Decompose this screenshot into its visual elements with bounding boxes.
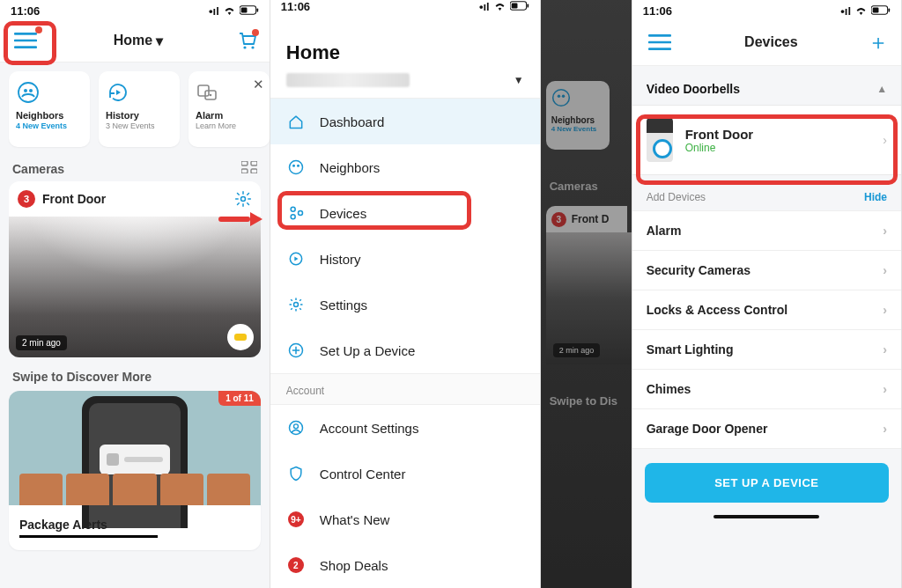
- screen-dim-sliver: Neighbors 4 New Events Cameras 3 Front D…: [541, 0, 632, 588]
- discover-counter: 1 of 11: [218, 391, 261, 406]
- camera-settings-icon[interactable]: [234, 190, 252, 208]
- location-label: Home: [114, 33, 152, 48]
- signal-icon: •ıl: [479, 0, 490, 13]
- svg-point-24: [297, 165, 299, 167]
- battery-icon: [240, 4, 259, 18]
- menu-history[interactable]: History: [270, 236, 540, 282]
- discover-card[interactable]: 1 of 11 Package Alerts: [9, 391, 261, 550]
- status-time: 11:06: [643, 4, 672, 18]
- add-devices-header: Add Devices Hide: [632, 175, 901, 210]
- camera-header: 3 Front Door: [9, 181, 261, 217]
- home-indicator: [713, 515, 819, 518]
- menu-account-settings[interactable]: Account Settings: [270, 405, 540, 451]
- svg-point-13: [210, 94, 212, 97]
- status-right: •ıl: [209, 4, 259, 18]
- signal-icon: •ıl: [840, 4, 851, 18]
- event-count-badge: 3: [18, 190, 35, 208]
- menu-whats-new[interactable]: 9+ What's New: [270, 496, 540, 542]
- history-card[interactable]: History 3 New Events: [99, 71, 180, 147]
- svg-point-25: [291, 207, 295, 211]
- category-list: Alarm› Security Cameras› Locks & Access …: [632, 210, 901, 449]
- menu-button[interactable]: [11, 28, 41, 53]
- svg-point-10: [29, 89, 33, 92]
- battery-icon: [871, 4, 891, 18]
- category-label: Security Cameras: [647, 263, 750, 277]
- notification-dot-icon: [35, 26, 42, 33]
- location-selector[interactable]: Home ▾: [114, 33, 163, 49]
- menu-control-label: Control Center: [320, 467, 406, 481]
- home-icon: [286, 112, 306, 131]
- battery-icon: [510, 0, 529, 13]
- svg-point-18: [240, 197, 245, 202]
- menu-whatsnew-label: What's New: [320, 512, 390, 527]
- devices-header: Devices ＋: [632, 21, 901, 66]
- menu-setup-device[interactable]: Set Up a Device: [270, 327, 540, 373]
- svg-point-9: [24, 89, 27, 92]
- menu-settings-label: Settings: [320, 298, 367, 312]
- neighbors-label: Neighbors: [16, 110, 83, 121]
- menu-control-center[interactable]: Control Center: [270, 451, 540, 496]
- status-right: •ıl: [479, 0, 529, 13]
- menu-button[interactable]: [645, 30, 675, 55]
- grid-view-icon[interactable]: [241, 161, 257, 176]
- menu-dashboard[interactable]: Dashboard: [270, 99, 540, 144]
- chevron-right-icon: ›: [883, 224, 887, 238]
- dashboard-body: Neighbors 4 New Events History 3 New Eve…: [0, 62, 270, 588]
- category-alarm[interactable]: Alarm›: [632, 211, 901, 251]
- menu-shop-deals[interactable]: 2 Shop Deals: [270, 542, 540, 588]
- menu-dashboard-label: Dashboard: [320, 114, 384, 129]
- chevron-right-icon: ›: [883, 422, 887, 436]
- hide-link[interactable]: Hide: [864, 191, 887, 203]
- drawer-title: Home: [270, 13, 540, 68]
- menu-list: Dashboard Neighbors Devices History Sett…: [270, 99, 540, 588]
- svg-point-26: [291, 215, 295, 219]
- camera-preview[interactable]: 2 min ago: [9, 217, 261, 357]
- quick-cards-row[interactable]: Neighbors 4 New Events History 3 New Eve…: [0, 62, 270, 156]
- close-icon[interactable]: ✕: [253, 77, 264, 92]
- menu-account-label: Account Settings: [320, 421, 419, 436]
- svg-point-29: [293, 303, 298, 307]
- category-smart-lighting[interactable]: Smart Lighting›: [632, 330, 901, 370]
- svg-point-27: [298, 211, 302, 216]
- svg-point-7: [251, 46, 254, 48]
- svg-rect-17: [251, 169, 257, 173]
- category-garage[interactable]: Garage Door Opener›: [632, 409, 901, 449]
- neighbors-icon: [16, 80, 41, 105]
- camera-front-door[interactable]: 3 Front Door: [9, 181, 261, 217]
- alarm-icon: [196, 80, 220, 105]
- history-icon: [106, 80, 130, 105]
- header: Home ▾: [0, 21, 270, 62]
- user-icon: [286, 418, 306, 437]
- svg-point-8: [18, 83, 38, 102]
- alarm-card[interactable]: ✕ Alarm Learn More: [189, 71, 270, 147]
- menu-neighbors-label: Neighbors: [320, 160, 380, 175]
- account-section-label: Account: [270, 373, 540, 405]
- category-security-cameras[interactable]: Security Cameras›: [632, 251, 901, 290]
- category-chimes[interactable]: Chimes›: [632, 370, 901, 409]
- cart-button[interactable]: [236, 29, 259, 52]
- doorbell-icon: [647, 118, 673, 162]
- menu-devices[interactable]: Devices: [270, 190, 540, 236]
- chevron-right-icon: ›: [883, 342, 887, 356]
- device-front-door[interactable]: Front Door Online ›: [632, 105, 901, 175]
- menu-settings[interactable]: Settings: [270, 282, 540, 327]
- menu-devices-label: Devices: [320, 206, 366, 221]
- svg-point-22: [289, 161, 302, 174]
- status-time: 11:06: [11, 4, 40, 18]
- location-row[interactable]: ▼: [270, 68, 540, 99]
- cameras-title: Cameras: [12, 162, 64, 176]
- svg-rect-2: [256, 8, 258, 11]
- svg-point-23: [292, 165, 295, 167]
- category-locks[interactable]: Locks & Access Control›: [632, 290, 901, 330]
- menu-neighbors[interactable]: Neighbors: [270, 144, 540, 190]
- svg-point-6: [243, 46, 246, 48]
- svg-rect-1: [241, 7, 248, 12]
- chevron-up-icon: ▲: [876, 83, 887, 95]
- group-video-doorbells[interactable]: Video Doorbells ▲: [632, 66, 901, 105]
- category-label: Garage Door Opener: [647, 422, 768, 436]
- setup-device-button[interactable]: SET UP A DEVICE: [645, 463, 889, 503]
- add-devices-label: Add Devices: [647, 191, 706, 203]
- chevron-right-icon: ›: [883, 263, 887, 277]
- add-device-icon[interactable]: ＋: [868, 28, 889, 56]
- neighbors-card[interactable]: Neighbors 4 New Events: [9, 71, 90, 147]
